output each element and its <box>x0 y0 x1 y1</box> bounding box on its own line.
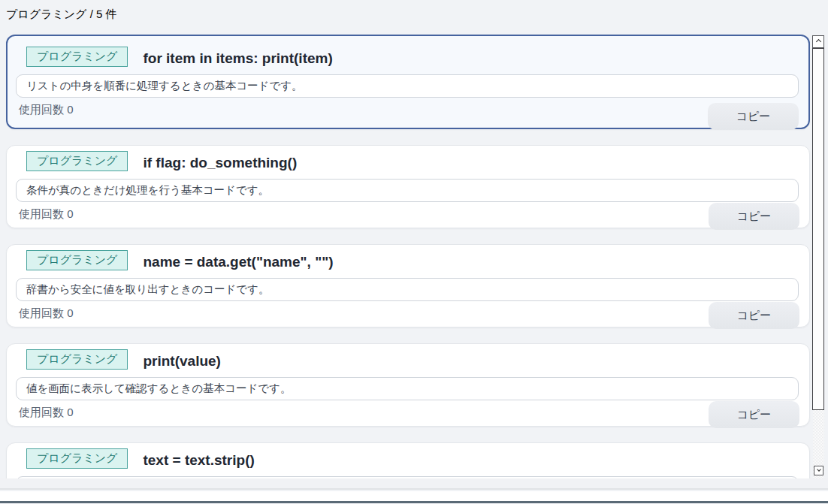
usage-label: 使用回数 <box>19 103 64 116</box>
snippet-title: text = text.strip() <box>143 451 254 469</box>
footer-gap <box>0 478 828 490</box>
description-box[interactable]: 条件が真のときだけ処理を行う基本コードです。 <box>16 179 799 202</box>
card-list: プログラミング for item in items: print(item) リ… <box>0 30 812 478</box>
usage-count: 0 <box>67 406 73 418</box>
copy-button[interactable]: コピー <box>708 103 799 130</box>
card-list-viewport: プログラミング for item in items: print(item) リ… <box>0 30 812 478</box>
copy-button[interactable]: コピー <box>709 401 799 428</box>
vertical-scrollbar[interactable] <box>812 35 825 478</box>
usage-count-row: 使用回数 0 <box>19 405 799 419</box>
chevron-up-icon <box>815 39 820 44</box>
usage-count: 0 <box>67 207 73 220</box>
usage-count: 0 <box>67 306 73 319</box>
card-header: プログラミング print(value) <box>16 349 799 370</box>
scroll-down-button[interactable] <box>814 466 823 475</box>
scrollbar-thumb[interactable] <box>812 48 824 410</box>
category-badge: プログラミング <box>26 349 128 370</box>
usage-label: 使用回数 <box>19 406 64 418</box>
usage-count-row: 使用回数 0 <box>19 306 799 320</box>
description-box[interactable]: リストの中身を順番に処理するときの基本コードです。 <box>16 74 799 98</box>
bottom-accent-bar <box>0 501 828 503</box>
snippet-card[interactable]: プログラミング for item in items: print(item) リ… <box>6 35 810 129</box>
snippet-card[interactable]: プログラミング if flag: do_something() 条件が真のときだ… <box>6 145 810 228</box>
snippet-title: for item in items: print(item) <box>143 50 332 68</box>
usage-count-row: 使用回数 0 <box>19 102 799 116</box>
snippet-card[interactable]: プログラミング print(value) 値を画面に表示して確認するときの基本コ… <box>6 343 810 427</box>
page-title: プログラミング / 5 件 <box>6 8 116 20</box>
snippet-title: print(value) <box>143 352 220 370</box>
chevron-down-icon <box>817 467 821 472</box>
scrollbar-track[interactable] <box>813 410 824 478</box>
card-header: プログラミング for item in items: print(item) <box>16 47 799 68</box>
snippet-title: if flag: do_something() <box>143 154 297 172</box>
page-header: プログラミング / 5 件 <box>0 0 828 30</box>
usage-label: 使用回数 <box>19 306 64 319</box>
copy-button[interactable]: コピー <box>709 203 799 230</box>
snippet-card[interactable]: プログラミング name = data.get("name", "") 辞書から… <box>6 244 810 327</box>
snippet-card[interactable]: プログラミング text = text.strip() 使用回数 0 コピー <box>6 442 810 478</box>
description-box[interactable]: 辞書から安全に値を取り出すときのコードです。 <box>16 278 799 301</box>
category-badge: プログラミング <box>26 448 128 469</box>
card-header: プログラミング text = text.strip() <box>16 448 799 469</box>
card-header: プログラミング name = data.get("name", "") <box>16 250 799 271</box>
copy-button[interactable]: コピー <box>709 302 799 329</box>
category-badge: プログラミング <box>26 47 128 67</box>
footer-strip <box>0 491 828 501</box>
usage-label: 使用回数 <box>19 207 64 220</box>
scroll-up-button[interactable] <box>812 35 824 48</box>
snippet-title: name = data.get("name", "") <box>143 253 333 271</box>
category-badge: プログラミング <box>26 151 128 171</box>
usage-count-row: 使用回数 0 <box>19 207 799 221</box>
usage-count: 0 <box>67 103 73 116</box>
card-header: プログラミング if flag: do_something() <box>16 151 799 172</box>
category-badge: プログラミング <box>26 250 128 270</box>
description-box[interactable]: 値を画面に表示して確認するときの基本コードです。 <box>16 377 799 400</box>
